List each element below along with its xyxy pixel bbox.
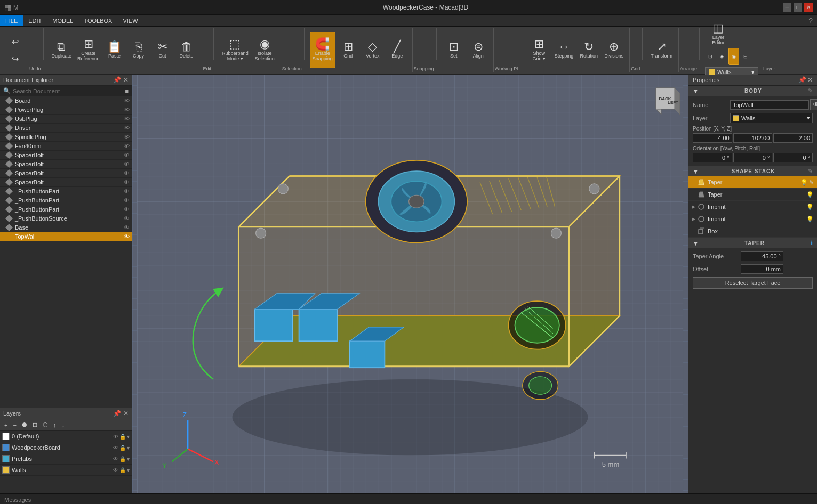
doc-item-topwall[interactable]: TopWall 👁 — [0, 232, 132, 241]
name-visibility-button[interactable]: 👁 — [810, 99, 817, 110]
shape-stack-item-box[interactable]: Box — [688, 225, 817, 238]
doc-item-pushbtn2[interactable]: _PushButtonPart 👁 — [0, 196, 132, 205]
doc-item-visibility[interactable]: 👁 — [124, 143, 130, 149]
search-box[interactable]: 🔍 ≡ — [0, 86, 132, 96]
show-grid-button[interactable]: ⊞ ShowGrid ▾ — [527, 32, 551, 68]
doc-item-board[interactable]: Board 👁 — [0, 96, 132, 105]
doc-item-driver[interactable]: Driver 👁 — [0, 124, 132, 133]
doc-explorer-pin-button[interactable]: 📌 — [113, 76, 121, 84]
layer-lock-icon3[interactable]: 🔒 — [119, 456, 126, 462]
layer-visibility-icon4[interactable]: 👁 — [113, 467, 118, 473]
doc-item-visibility[interactable]: 👁 — [124, 170, 130, 176]
vertex-button[interactable]: ◇ Vertex — [361, 32, 385, 68]
body-section-header[interactable]: ▼ BODY ✎ — [688, 86, 817, 96]
bulb-icon-3[interactable]: 💡 — [806, 204, 814, 210]
layer-item-prefabs[interactable]: Prefabs 👁 🔒 ▾ — [0, 453, 132, 465]
align-button[interactable]: ⊜ Align — [467, 32, 490, 68]
create-reference-button[interactable]: ⊞ CreateReference — [75, 32, 102, 68]
grid-button[interactable]: ⊞ Grid — [337, 32, 360, 68]
layer-visibility-icon2[interactable]: 👁 — [113, 445, 118, 451]
menu-model[interactable]: MODEL — [47, 15, 78, 26]
rotation-button[interactable]: ↻ Rotation — [577, 32, 600, 68]
layer-item-default[interactable]: 0 (Default) 👁 🔒 ▾ — [0, 431, 132, 442]
layer-option-btn2[interactable]: ◈ — [717, 48, 727, 65]
taper-offset-input[interactable] — [741, 264, 783, 274]
doc-item-spindleplug[interactable]: SpindlePlug 👁 — [0, 133, 132, 142]
bulb-icon-4[interactable]: 💡 — [806, 216, 814, 223]
doc-item-spacer2[interactable]: SpacerBolt 👁 — [0, 160, 132, 169]
doc-item-spacer4[interactable]: SpacerBolt 👁 — [0, 178, 132, 187]
stepping-button[interactable]: ↔ Stepping — [552, 32, 576, 68]
doc-item-visibility[interactable]: 👁 — [124, 179, 130, 185]
transform-button[interactable]: ⤢ Transform — [648, 32, 675, 68]
doc-item-visibility[interactable]: 👁 — [124, 188, 130, 194]
pos-y-input[interactable] — [733, 133, 773, 143]
layer-lock-icon4[interactable]: 🔒 — [119, 467, 126, 473]
layer-expand-icon3[interactable]: ▾ — [127, 456, 130, 462]
enable-snapping-button[interactable]: 🧲 EnableSnapping — [310, 32, 335, 68]
taper-section-header[interactable]: ▼ TAPER ℹ — [688, 238, 817, 248]
doc-item-fan[interactable]: Fan40mm 👁 — [0, 142, 132, 151]
doc-explorer-close-button[interactable]: ✕ — [123, 76, 129, 84]
layer-expand-icon4[interactable]: ▾ — [127, 467, 130, 473]
layers-pin-button[interactable]: 📌 — [113, 410, 121, 417]
properties-close-button[interactable]: ✕ — [807, 76, 813, 84]
layers-close-button[interactable]: ✕ — [123, 410, 129, 417]
layer-btn7[interactable]: ↓ — [59, 421, 67, 429]
doc-item-powerplug[interactable]: PowerPlug 👁 — [0, 105, 132, 115]
layer-lock-icon[interactable]: 🔒 — [119, 434, 126, 440]
layer-lock-icon2[interactable]: 🔒 — [119, 445, 126, 451]
menu-file[interactable]: FILE — [0, 15, 23, 26]
layer-option-btn1[interactable]: ⊡ — [705, 48, 716, 65]
doc-item-pushbtn1[interactable]: _PushButtonPart 👁 — [0, 187, 132, 196]
set-button[interactable]: ⊡ Set — [442, 32, 466, 68]
edge-button[interactable]: ╱ Edge — [386, 32, 409, 68]
yaw-input[interactable] — [693, 153, 732, 162]
navigation-cube[interactable]: BACK LEFT — [640, 85, 677, 123]
doc-item-visibility[interactable]: 👁 — [124, 161, 130, 167]
bulb-icon-1[interactable]: 💡 — [800, 179, 808, 186]
shape-stack-item-taper1[interactable]: Taper 💡 ✎ — [688, 176, 817, 189]
menu-edit[interactable]: EDIT — [23, 15, 47, 26]
doc-item-visibility[interactable]: 👁 — [124, 206, 130, 213]
layer-option-btn3[interactable]: ◉ — [728, 48, 739, 65]
menu-toolbox[interactable]: TOOLBOX — [78, 15, 117, 26]
redo-button[interactable]: ↪ — [5, 51, 25, 67]
cut-button[interactable]: ✂ Cut — [151, 32, 174, 68]
doc-item-visibility[interactable]: 👁 — [124, 107, 130, 113]
minimize-button[interactable]: ─ — [783, 3, 791, 12]
layer-item-walls[interactable]: Walls 👁 🔒 ▾ — [0, 465, 132, 476]
copy-button[interactable]: ⎘ Copy — [127, 32, 150, 68]
maximize-button[interactable]: □ — [794, 3, 802, 12]
delete-button[interactable]: 🗑 Delete — [175, 32, 198, 68]
doc-item-topwall-visibility[interactable]: 👁 — [124, 233, 130, 240]
shape-stack-edit-icon[interactable]: ✎ — [808, 168, 813, 175]
name-input[interactable] — [730, 100, 809, 110]
search-filter-icon[interactable]: ≡ — [125, 88, 129, 94]
shape-stack-header[interactable]: ▼ SHAPE STACK ✎ — [688, 166, 817, 176]
roll-input[interactable] — [773, 153, 813, 162]
layer-btn6[interactable]: ↑ — [51, 421, 59, 429]
rubberband-button[interactable]: ⬚ RubberbandMode ▾ — [219, 32, 251, 68]
paste-button[interactable]: 📋 Paste — [103, 32, 126, 68]
window-controls[interactable]: ─ □ ✕ — [783, 3, 813, 12]
pitch-input[interactable] — [733, 153, 773, 162]
taper-info-icon[interactable]: ℹ — [811, 240, 813, 247]
layer-btn5[interactable]: ⬡ — [41, 420, 50, 429]
undo-button[interactable]: ↩ — [5, 34, 25, 50]
properties-pin-button[interactable]: 📌 — [798, 76, 806, 84]
reselect-button[interactable]: Reselect Target Face — [693, 277, 813, 289]
doc-item-visibility[interactable]: 👁 — [124, 197, 130, 204]
shape-stack-item-taper2[interactable]: Taper 💡 — [688, 189, 817, 201]
doc-item-base[interactable]: Base 👁 — [0, 223, 132, 232]
workspace[interactable]: Workspace — [132, 75, 688, 493]
layer-expand-icon2[interactable]: ▾ — [127, 445, 130, 451]
doc-item-spacer1[interactable]: SpacerBolt 👁 — [0, 151, 132, 160]
doc-item-visibility[interactable]: 👁 — [124, 152, 130, 158]
body-section-edit-icon[interactable]: ✎ — [808, 87, 813, 94]
menu-view[interactable]: VIEW — [117, 15, 143, 26]
doc-item-visibility[interactable]: 👁 — [124, 215, 130, 222]
layer-visibility-icon[interactable]: 👁 — [113, 434, 118, 440]
edit-icon-1[interactable]: ✎ — [809, 179, 814, 186]
doc-item-pushbtn3[interactable]: _PushButtonPart 👁 — [0, 205, 132, 214]
